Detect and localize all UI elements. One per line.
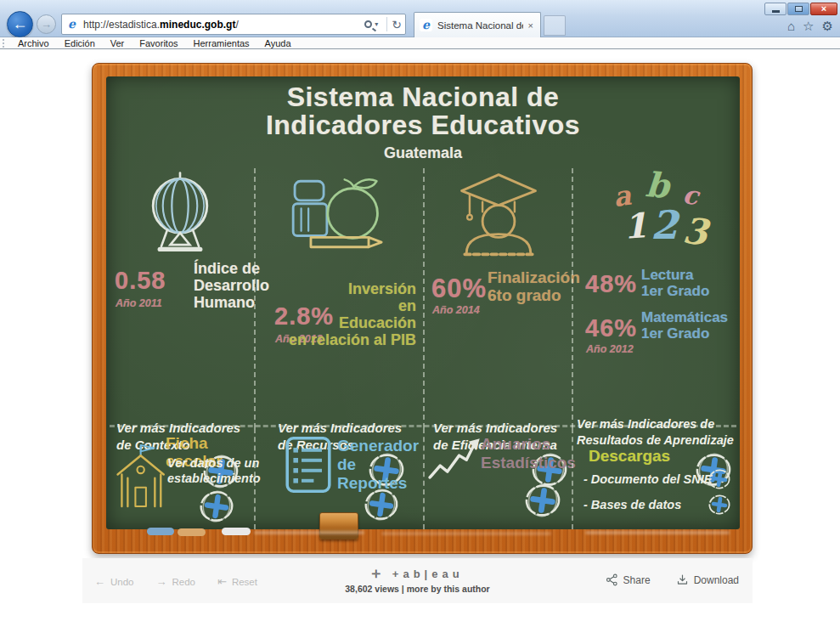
plus-icon xyxy=(198,488,235,525)
tool-subtitle: Ver datos de un establecimiento xyxy=(167,455,261,486)
url-text[interactable]: http://estadistica.mineduc.gob.gt/ xyxy=(83,19,364,31)
column-aprendizaje: a b c 1 2 3 48% Lectura 1er Grado 46% Ma… xyxy=(572,168,740,428)
chalkboard-frame: Sistema Nacional de Indicadores Educativ… xyxy=(92,63,753,554)
close-icon: × xyxy=(821,4,826,14)
download-snie-button[interactable] xyxy=(708,467,731,491)
chalkboard: Sistema Nacional de Indicadores Educativ… xyxy=(106,76,740,529)
download-bases-button[interactable] xyxy=(708,493,731,517)
back-arrow-icon: ← xyxy=(13,15,28,32)
open-generador-button[interactable] xyxy=(363,486,402,525)
stat-label: Lectura 1er Grado xyxy=(641,267,709,299)
abc-123-icon: a b c 1 2 3 xyxy=(601,170,712,248)
address-bar[interactable]: e http://estadistica.mineduc.gob.gt/ ▾ ↻ xyxy=(61,14,406,35)
column-eficiencia: 60% Año 2014 Finalización 6to grado Ver … xyxy=(423,168,572,428)
plus-icon xyxy=(363,486,400,523)
share-icon xyxy=(606,573,618,586)
stat-year: Año 2014 xyxy=(432,304,480,316)
browser-window: × ← → e http://estadistica.mineduc.gob.g… xyxy=(0,0,840,627)
url-prefix: http://estadistica. xyxy=(83,19,160,31)
eraser xyxy=(319,512,358,539)
menu-herramientas[interactable]: Herramientas xyxy=(186,38,257,48)
back-button[interactable]: ← xyxy=(7,11,33,37)
plus-icon xyxy=(708,467,731,491)
chevron-down-icon[interactable]: ▾ xyxy=(375,20,378,28)
tab-favicon: e xyxy=(420,19,432,31)
forward-button[interactable]: → xyxy=(37,14,56,34)
download-icon xyxy=(676,573,689,586)
maximize-icon xyxy=(795,6,803,12)
column-recursos: 2.8% Año 2013 Inversión en Educación en … xyxy=(254,168,423,428)
column-contexto: 0.58 Año 2011 Índice de Desarrollo Human… xyxy=(106,168,254,428)
white-chalk xyxy=(222,528,251,535)
tool-descargas: Descargas - Documento del SNIE - Bases d… xyxy=(572,428,740,529)
new-tab-button[interactable] xyxy=(544,15,566,36)
tool-title[interactable]: Anuarios Estadísticos xyxy=(481,435,576,472)
address-divider xyxy=(386,17,387,31)
home-icon[interactable]: ⌂ xyxy=(787,19,795,34)
tool-anuarios: Anuarios Estadísticos xyxy=(423,428,572,529)
graduate-icon xyxy=(449,170,548,258)
chart-arrow-icon xyxy=(426,435,482,483)
download-button[interactable]: Download xyxy=(676,573,739,586)
stat-year: Año 2012 xyxy=(586,343,634,355)
stat-value: 48% xyxy=(585,270,637,298)
apple-books-pencil-icon xyxy=(285,170,394,258)
chalk-dust xyxy=(254,531,364,534)
menu-favoritos[interactable]: Favoritos xyxy=(132,38,185,48)
tab-close-icon[interactable]: × xyxy=(527,20,535,31)
stat-label: Matemáticas 1er Grado xyxy=(641,309,728,342)
chalk-dust xyxy=(381,532,551,535)
descarga-snie-link[interactable]: - Documento del SNIE xyxy=(583,472,712,486)
window-close-button[interactable]: × xyxy=(810,3,837,15)
window-minimize-button[interactable] xyxy=(764,3,786,15)
url-suffix: / xyxy=(235,19,238,31)
report-icon xyxy=(285,435,332,494)
plus-icon xyxy=(523,481,562,520)
tableau-toolbar: ←Undo →Redo ⇤Reset ✛ +ab|eau 38,602 view… xyxy=(82,558,753,603)
tool-ficha-escolar: Ficha escolar Ver datos de un establecim… xyxy=(106,428,254,529)
board-title-line2: Indicadores Educativos xyxy=(106,111,740,139)
window-maximize-button[interactable] xyxy=(787,3,809,15)
tan-chalk xyxy=(178,528,206,536)
tool-title[interactable]: Generador de Reportes xyxy=(337,437,423,493)
menu-bar: Archivo Edición Ver Favoritos Herramient… xyxy=(0,37,840,49)
stat-label: Finalización 6to grado xyxy=(488,268,580,305)
stat-value: 46% xyxy=(585,314,637,342)
board-subtitle: Guatemala xyxy=(106,144,740,162)
globe-icon xyxy=(136,170,224,258)
open-anuarios-button[interactable] xyxy=(523,481,562,520)
schoolhouse-icon xyxy=(113,433,169,522)
refresh-icon[interactable]: ↻ xyxy=(392,18,402,31)
menubar-grip xyxy=(3,39,5,48)
menu-archivo[interactable]: Archivo xyxy=(10,38,57,48)
url-domain: mineduc.gob.gt xyxy=(160,19,235,31)
stat-year: Año 2011 xyxy=(116,297,162,309)
descarga-bases-link[interactable]: - Bases de datos xyxy=(583,498,681,511)
menu-ayuda[interactable]: Ayuda xyxy=(257,38,299,48)
ie-favicon: e xyxy=(65,18,78,31)
menu-edicion[interactable]: Edición xyxy=(57,38,103,48)
search-icon[interactable] xyxy=(364,20,372,28)
share-button[interactable]: Share xyxy=(606,573,651,586)
gear-icon[interactable]: ⚙ xyxy=(822,19,833,34)
blue-chalk xyxy=(147,528,174,535)
open-ficha-button[interactable] xyxy=(198,488,237,527)
stat-value: 60% xyxy=(431,274,487,304)
page-content: Sistema Nacional de Indicadores Educativ… xyxy=(0,49,840,627)
chalk-dust xyxy=(585,531,730,534)
plus-icon xyxy=(708,493,731,517)
menu-ver[interactable]: Ver xyxy=(103,38,132,48)
stat-label: Inversión en Educación en relación al PI… xyxy=(263,280,416,349)
forward-arrow-icon: → xyxy=(41,18,52,31)
descargas-title: Descargas xyxy=(589,447,670,466)
minimize-icon xyxy=(772,10,780,13)
board-title-line1: Sistema Nacional de xyxy=(106,83,740,111)
browser-titlebar: × ← → e http://estadistica.mineduc.gob.g… xyxy=(0,0,840,37)
tab-title: Sistema Nacional de Indica... xyxy=(437,20,523,31)
favorites-star-icon[interactable]: ☆ xyxy=(803,19,814,34)
stat-value: 0.58 xyxy=(115,267,166,295)
chalk-divider xyxy=(110,425,736,427)
browser-tab[interactable]: e Sistema Nacional de Indica... × xyxy=(414,12,541,37)
